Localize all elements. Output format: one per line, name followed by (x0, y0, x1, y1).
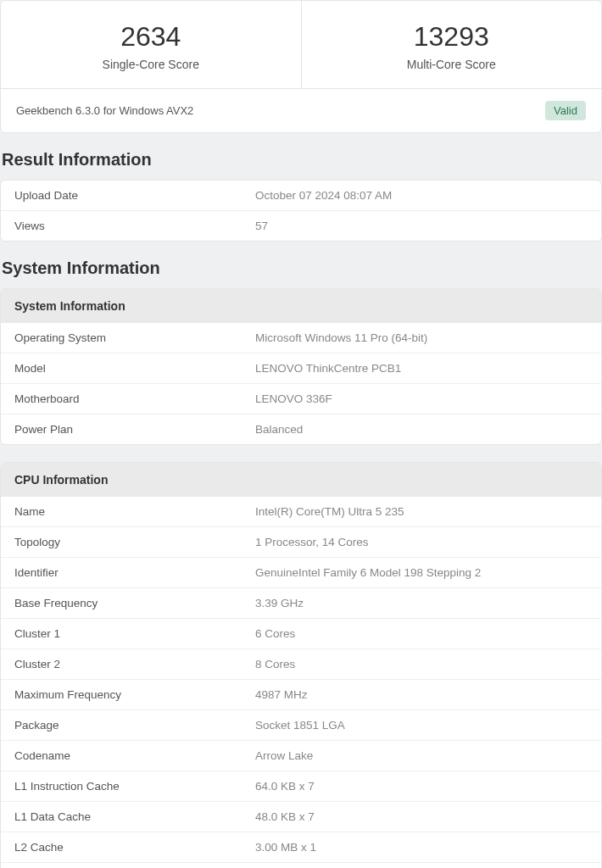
multi-core-score: 13293 (310, 21, 594, 53)
info-row: CodenameArrow Lake (1, 740, 601, 771)
info-row: MotherboardLENOVO 336F (1, 383, 601, 414)
info-key: Cluster 2 (14, 658, 255, 670)
cpu-info-card: CPU Information NameIntel(R) Core(TM) Ul… (0, 462, 602, 868)
info-value: Socket 1851 LGA (255, 719, 588, 732)
result-info-title: Result Information (2, 150, 602, 170)
cpu-info-header: CPU Information (1, 463, 601, 497)
system-info-header: System Information (1, 289, 601, 323)
info-row: L2 Cache3.00 MB x 1 (1, 832, 601, 862)
info-value: 4987 MHz (255, 688, 588, 701)
info-key: L2 Cache (14, 841, 255, 854)
info-key: Power Plan (14, 423, 255, 436)
info-row: Operating SystemMicrosoft Windows 11 Pro… (1, 323, 601, 353)
info-key: Identifier (14, 566, 255, 579)
cpu-info-rows: NameIntel(R) Core(TM) Ultra 5 235Topolog… (1, 497, 601, 868)
info-key: Operating System (14, 331, 255, 344)
info-value: Intel(R) Core(TM) Ultra 5 235 (255, 505, 588, 518)
info-value: 64.0 KB x 7 (255, 780, 588, 793)
info-value: Balanced (255, 423, 588, 436)
info-value: 3.39 GHz (255, 597, 588, 609)
info-key: Package (14, 719, 255, 732)
info-value: 6 Cores (255, 627, 588, 640)
info-value: Microsoft Windows 11 Pro (64-bit) (255, 331, 588, 344)
single-core-score: 2634 (9, 21, 293, 53)
info-row: Base Frequency3.39 GHz (1, 587, 601, 618)
score-card: 2634 Single-Core Score 13293 Multi-Core … (0, 0, 602, 133)
info-row: L1 Instruction Cache64.0 KB x 7 (1, 771, 601, 801)
info-row: L1 Data Cache48.0 KB x 7 (1, 801, 601, 832)
info-row: PackageSocket 1851 LGA (1, 709, 601, 740)
valid-badge: Valid (545, 101, 586, 120)
multi-core-label: Multi-Core Score (310, 58, 594, 71)
system-info-rows: Operating SystemMicrosoft Windows 11 Pro… (1, 323, 601, 444)
info-key: Name (14, 505, 255, 518)
single-core-cell: 2634 Single-Core Score (1, 1, 302, 88)
info-value: 8 Cores (255, 658, 588, 670)
score-row: 2634 Single-Core Score 13293 Multi-Core … (1, 1, 601, 88)
info-key: L1 Data Cache (14, 810, 255, 823)
info-key: Model (14, 362, 255, 375)
info-value: October 07 2024 08:07 AM (255, 189, 588, 202)
info-key: Base Frequency (14, 597, 255, 609)
version-row: Geekbench 6.3.0 for Windows AVX2 Valid (1, 88, 601, 132)
info-key: Maximum Frequency (14, 688, 255, 701)
info-value: GenuineIntel Family 6 Model 198 Stepping… (255, 566, 588, 579)
info-value: 3.00 MB x 1 (255, 841, 588, 854)
multi-core-cell: 13293 Multi-Core Score (302, 1, 602, 88)
info-value: 57 (255, 220, 588, 232)
info-row: Topology1 Processor, 14 Cores (1, 526, 601, 557)
info-row: IdentifierGenuineIntel Family 6 Model 19… (1, 557, 601, 587)
info-row: L3 Cache24.0 MB x 1 (1, 862, 601, 868)
single-core-label: Single-Core Score (9, 58, 293, 71)
info-key: Codename (14, 749, 255, 762)
info-key: L1 Instruction Cache (14, 780, 255, 793)
info-key: Topology (14, 536, 255, 548)
version-text: Geekbench 6.3.0 for Windows AVX2 (16, 104, 193, 117)
info-value: 48.0 KB x 7 (255, 810, 588, 823)
info-key: Views (14, 220, 255, 232)
info-key: Motherboard (14, 392, 255, 405)
result-info-card: Upload DateOctober 07 2024 08:07 AMViews… (0, 180, 602, 242)
result-info-rows: Upload DateOctober 07 2024 08:07 AMViews… (1, 181, 601, 241)
info-row: NameIntel(R) Core(TM) Ultra 5 235 (1, 497, 601, 526)
info-value: 1 Processor, 14 Cores (255, 536, 588, 548)
info-row: Maximum Frequency4987 MHz (1, 679, 601, 709)
info-value: Arrow Lake (255, 749, 588, 762)
info-row: Power PlanBalanced (1, 414, 601, 444)
info-row: Cluster 28 Cores (1, 648, 601, 679)
info-key: Cluster 1 (14, 627, 255, 640)
system-info-section-title: System Information (2, 259, 602, 278)
info-row: Cluster 16 Cores (1, 618, 601, 648)
info-value: LENOVO 336F (255, 392, 588, 405)
info-key: Upload Date (14, 189, 255, 202)
info-value: LENOVO ThinkCentre PCB1 (255, 362, 588, 375)
info-row: Upload DateOctober 07 2024 08:07 AM (1, 181, 601, 210)
info-row: Views57 (1, 210, 601, 241)
info-row: ModelLENOVO ThinkCentre PCB1 (1, 353, 601, 383)
system-info-card: System Information Operating SystemMicro… (0, 288, 602, 445)
